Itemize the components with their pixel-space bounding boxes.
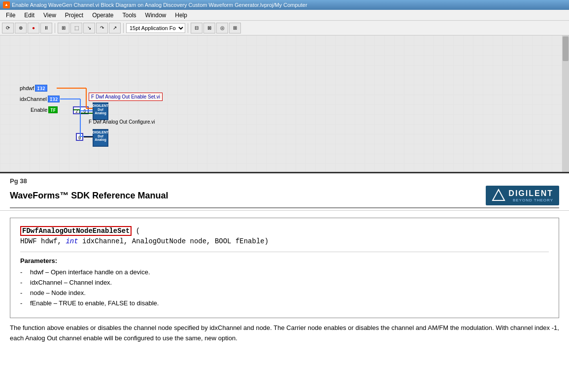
menu-project[interactable]: Project xyxy=(61,11,87,20)
separator-2 xyxy=(123,23,124,33)
digilent-logo: DIGILENT BEYOND THEORY xyxy=(486,186,559,205)
toolbar: ⟳ ⊕ ● ⏸ ⊞ ⬚ ↘ ↷ ↗ 15pt Application Font … xyxy=(0,21,569,35)
menu-help[interactable]: Help xyxy=(171,11,191,20)
params-prefix: HDWF hdwf, xyxy=(20,237,66,245)
enable-terminal[interactable]: TF xyxy=(48,106,58,113)
menu-window[interactable]: Window xyxy=(141,11,170,20)
enable-label: Enable xyxy=(31,107,47,113)
menu-operate[interactable]: Operate xyxy=(88,11,117,20)
retain-button[interactable]: ⬚ xyxy=(70,23,82,33)
dist-button[interactable]: ⊠ xyxy=(203,23,215,33)
param-idxchannel-text: idxChannel – Channel index. xyxy=(30,279,549,286)
doc-header: Pg 38 WaveForms™ SDK Reference Manual DI… xyxy=(0,173,569,211)
title-bar: ▲ Enable Analog WaveGen Channel.vi Block… xyxy=(0,0,569,10)
keyword-int: int xyxy=(66,237,78,245)
menu-file[interactable]: File xyxy=(2,11,19,20)
configure-vi-label[interactable]: F Dwf Analog Out Configure.vi xyxy=(89,119,155,125)
function-name: FDwfAnalogOutNodeEnableSet xyxy=(20,226,132,236)
zero-terminal: 0 xyxy=(76,133,83,141)
param-idxchannel: - idxChannel – Channel index. xyxy=(20,279,549,286)
pause-button[interactable]: ⏸ xyxy=(40,23,52,33)
menu-bar: File Edit View Project Operate Tools Win… xyxy=(0,10,569,21)
zero-terminal-node: 0 xyxy=(76,133,83,141)
params-rest: idxChannel, AnalogOutNode node, BOOL fEn… xyxy=(78,237,268,245)
svg-marker-14 xyxy=(496,194,502,199)
enable-node: Enable TF xyxy=(31,106,58,113)
idxchannel-node: idxChannel I32 xyxy=(20,96,60,102)
resize-button[interactable]: ◎ xyxy=(216,23,228,33)
align-button[interactable]: ⊟ xyxy=(191,23,202,33)
run-cont-button[interactable]: ⊕ xyxy=(15,23,27,33)
idxchannel-terminal[interactable]: I32 xyxy=(48,96,60,102)
param-dash-2: - xyxy=(20,279,30,286)
separator-1 xyxy=(55,23,55,33)
reorder-button[interactable]: ⊞ xyxy=(229,23,241,33)
digilent-block-1[interactable]: DIGILENT Duf Analog xyxy=(93,102,108,120)
window-title: Enable Analog WaveGen Channel.vi Block D… xyxy=(12,2,307,8)
description-text: The function above enables or disables t… xyxy=(10,323,559,344)
param-dash-1: - xyxy=(20,268,30,276)
phdwf-label: phdwf xyxy=(20,85,34,91)
param-fenable: - fEnable – TRUE to enable, FALSE to dis… xyxy=(20,299,549,307)
diagram-area: phdwf I32 idxChannel I32 Enable TF 21:0 … xyxy=(0,35,569,173)
run-button[interactable]: ⟳ xyxy=(2,23,14,33)
description-paragraph: The function above enables or disables t… xyxy=(10,323,559,344)
doc-title-row: WaveForms™ SDK Reference Manual DIGILENT… xyxy=(10,186,559,208)
param-dash-4: - xyxy=(20,299,30,307)
font-selector[interactable]: 15pt Application Font xyxy=(126,23,185,33)
step-into-button[interactable]: ↘ xyxy=(83,23,95,33)
menu-edit[interactable]: Edit xyxy=(20,11,38,20)
logo-tagline: BEYOND THEORY xyxy=(508,198,553,202)
svg-rect-0 xyxy=(0,35,569,172)
menu-view[interactable]: View xyxy=(39,11,60,20)
scrollbar-thumb[interactable] xyxy=(563,36,569,61)
phdwf-node: phdwf I32 xyxy=(20,85,47,92)
param-hdwf-text: hdwf – Open interface handle on a device… xyxy=(30,268,549,276)
param-node: - node – Node index. xyxy=(20,289,549,296)
phdwf-terminal[interactable]: I32 xyxy=(35,85,47,92)
idxchannel-label: idxChannel xyxy=(20,96,47,102)
param-fenable-text: fEnable – TRUE to enable, FALSE to disab… xyxy=(30,299,549,307)
function-signature: FDwfAnalogOutNodeEnableSet ( HDWF hdwf, … xyxy=(20,226,549,247)
logo-icon xyxy=(492,189,505,202)
scrollbar[interactable] xyxy=(562,35,569,172)
wire-21-node: 21:0 xyxy=(73,106,89,114)
abort-button[interactable]: ● xyxy=(28,23,39,33)
logo-text-container: DIGILENT BEYOND THEORY xyxy=(508,189,553,202)
params-section: Parameters: - hdwf – Open interface hand… xyxy=(20,257,549,307)
page-number: Pg 38 xyxy=(10,177,559,185)
digilent-block-2[interactable]: DIGILENT Duf Analog xyxy=(93,129,108,147)
doc-title: WaveForms™ SDK Reference Manual xyxy=(10,191,168,201)
param-hdwf: - hdwf – Open interface handle on a devi… xyxy=(20,268,549,276)
step-out-button[interactable]: ↗ xyxy=(109,23,121,33)
param-node-text: node – Node index. xyxy=(30,289,549,296)
param-dash-3: - xyxy=(20,289,30,296)
code-section: FDwfAnalogOutNodeEnableSet ( HDWF hdwf, … xyxy=(10,218,559,318)
params-title: Parameters: xyxy=(20,257,549,264)
code-divider xyxy=(20,252,549,252)
separator-3 xyxy=(188,23,188,33)
open-paren: ( xyxy=(132,227,140,235)
enable-set-vi-label[interactable]: F Dwf Analog Out Enable Set.vi xyxy=(89,93,163,101)
app-icon: ▲ xyxy=(3,1,10,8)
grid-background xyxy=(0,35,569,172)
logo-name: DIGILENT xyxy=(508,189,553,198)
step-over-button[interactable]: ↷ xyxy=(96,23,108,33)
highlight-button[interactable]: ⊞ xyxy=(58,23,69,33)
menu-tools[interactable]: Tools xyxy=(119,11,140,20)
wire-num-terminal: 21:0 xyxy=(73,106,89,114)
